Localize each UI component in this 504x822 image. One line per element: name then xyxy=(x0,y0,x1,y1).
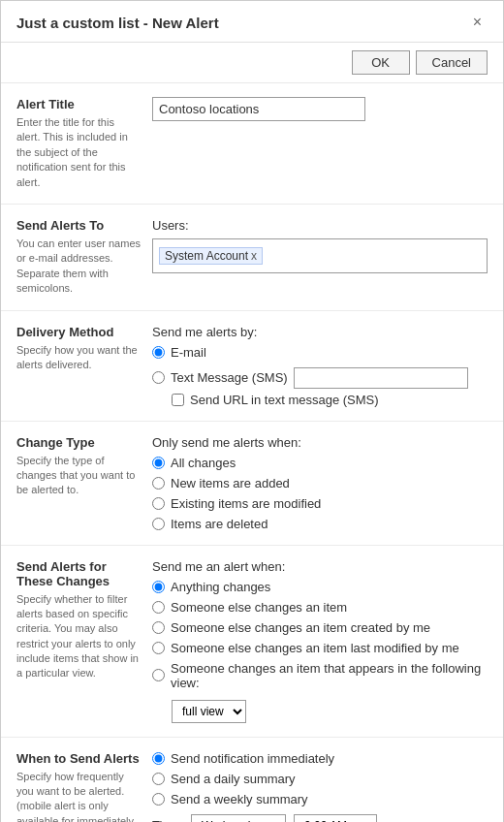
change-modified-radio[interactable] xyxy=(152,497,165,510)
change-deleted-option[interactable]: Items are deleted xyxy=(152,517,488,531)
change-deleted-label: Items are deleted xyxy=(171,517,268,531)
change-modified-label: Existing items are modified xyxy=(171,496,321,511)
close-button[interactable]: × xyxy=(467,13,488,32)
change-new-option[interactable]: New items are added xyxy=(152,476,488,490)
change-type-radio-group: All changes New items are added Existing… xyxy=(152,456,488,531)
send-alerts-to-heading: Send Alerts To xyxy=(16,218,141,233)
section-right-filter: Send me an alert when: Anything changes … xyxy=(152,559,488,723)
send-url-sms-option[interactable]: Send URL in text message (SMS) xyxy=(172,393,488,407)
delivery-email-option[interactable]: E-mail xyxy=(152,345,488,360)
send-url-sms-label: Send URL in text message (SMS) xyxy=(190,393,379,407)
when-immediately-radio[interactable] xyxy=(152,752,165,765)
change-type-section: Change Type Specify the type of changes … xyxy=(1,422,503,546)
delivery-method-heading: Delivery Method xyxy=(16,325,141,339)
change-new-radio[interactable] xyxy=(152,477,165,490)
filter-last-modified-me-label: Someone else changes an item last modifi… xyxy=(171,641,459,655)
section-right-change-type: Only send me alerts when: All changes Ne… xyxy=(152,435,488,531)
delivery-sms-row: Text Message (SMS) xyxy=(152,367,488,389)
alert-title-section: Alert Title Enter the title for this ale… xyxy=(1,83,503,205)
filter-desc: Specify whether to filter alerts based o… xyxy=(16,592,141,681)
section-left-change-type: Change Type Specify the type of changes … xyxy=(16,435,152,531)
users-label: Users: xyxy=(152,218,488,233)
when-weekly-radio[interactable] xyxy=(152,793,165,806)
when-daily-radio[interactable] xyxy=(152,773,165,785)
filter-created-by-me-radio[interactable] xyxy=(152,621,165,634)
delivery-sms-radio[interactable] xyxy=(152,371,165,384)
form-content: Alert Title Enter the title for this ale… xyxy=(1,83,503,822)
send-alerts-these-section: Send Alerts for These Changes Specify wh… xyxy=(1,546,503,738)
when-weekly-option[interactable]: Send a weekly summary xyxy=(152,792,488,806)
user-tag-remove[interactable]: x xyxy=(251,249,257,263)
dialog-header: Just a custom list - New Alert × xyxy=(1,1,503,43)
when-daily-option[interactable]: Send a daily summary xyxy=(152,772,488,786)
change-type-label: Only send me alerts when: xyxy=(152,435,488,450)
view-dropdown-row: full view xyxy=(172,700,488,723)
section-right-delivery: Send me alerts by: E-mail Text Message (… xyxy=(152,325,488,407)
delivery-email-radio[interactable] xyxy=(152,346,165,359)
filter-anything-radio[interactable] xyxy=(152,581,165,593)
filter-someone-else-option[interactable]: Someone else changes an item xyxy=(152,600,488,615)
delivery-sms-option[interactable]: Text Message (SMS) xyxy=(152,370,288,385)
section-right-send-alerts-to: Users: System Account x xyxy=(152,218,488,297)
filter-label: Send me an alert when: xyxy=(152,559,488,574)
send-alerts-to-section: Send Alerts To You can enter user names … xyxy=(1,205,503,311)
change-modified-option[interactable]: Existing items are modified xyxy=(152,496,488,511)
section-right-when: Send notification immediately Send a dai… xyxy=(152,751,488,822)
send-url-sms-checkbox[interactable] xyxy=(172,394,184,406)
change-deleted-radio[interactable] xyxy=(152,518,165,530)
filter-heading: Send Alerts for These Changes xyxy=(16,559,141,588)
alert-title-heading: Alert Title xyxy=(16,97,141,111)
when-immediately-option[interactable]: Send notification immediately xyxy=(152,751,488,766)
section-left-delivery: Delivery Method Specify how you want the… xyxy=(16,325,152,407)
section-left-when: When to Send Alerts Specify how frequent… xyxy=(16,751,152,822)
alert-title-input[interactable] xyxy=(152,97,365,121)
dialog-title: Just a custom list - New Alert xyxy=(16,15,219,31)
change-type-desc: Specify the type of changes that you wan… xyxy=(16,454,141,498)
user-tag: System Account x xyxy=(159,247,263,265)
dialog-container: Just a custom list - New Alert × OK Canc… xyxy=(0,0,504,822)
sms-number-input[interactable] xyxy=(294,367,468,389)
filter-following-view-option[interactable]: Someone changes an item that appears in … xyxy=(152,661,488,690)
user-tag-name: System Account xyxy=(165,249,248,263)
filter-last-modified-me-option[interactable]: Someone else changes an item last modifi… xyxy=(152,641,488,655)
when-weekly-label: Send a weekly summary xyxy=(171,792,308,806)
time-label: Time: xyxy=(152,818,183,822)
when-desc: Specify how frequently you want to be al… xyxy=(16,770,141,822)
section-right-alert-title xyxy=(152,97,488,190)
day-dropdown[interactable]: Sunday Monday Tuesday Wednesday Thursday… xyxy=(191,814,286,822)
filter-anything-label: Anything changes xyxy=(171,580,270,594)
when-immediately-label: Send notification immediately xyxy=(171,751,334,766)
delivery-label: Send me alerts by: xyxy=(152,325,488,339)
filter-last-modified-me-radio[interactable] xyxy=(152,642,165,654)
filter-following-view-label: Someone changes an item that appears in … xyxy=(171,661,488,690)
change-all-label: All changes xyxy=(171,456,236,470)
delivery-sms-label: Text Message (SMS) xyxy=(171,370,288,385)
filter-radio-group: Anything changes Someone else changes an… xyxy=(152,580,488,723)
when-heading: When to Send Alerts xyxy=(16,751,141,766)
filter-anything-option[interactable]: Anything changes xyxy=(152,580,488,594)
view-dropdown[interactable]: full view xyxy=(172,700,246,723)
time-dropdown[interactable]: 9:00 AM 10:00 AM 11:00 AM 12:00 PM xyxy=(294,814,377,822)
send-alerts-to-desc: You can enter user names or e-mail addre… xyxy=(16,237,141,297)
delivery-method-section: Delivery Method Specify how you want the… xyxy=(1,311,503,422)
filter-created-by-me-option[interactable]: Someone else changes an item created by … xyxy=(152,620,488,635)
change-type-heading: Change Type xyxy=(16,435,141,450)
delivery-method-desc: Specify how you want the alerts delivere… xyxy=(16,343,141,373)
change-all-option[interactable]: All changes xyxy=(152,456,488,470)
delivery-email-label: E-mail xyxy=(171,345,206,360)
when-to-send-section: When to Send Alerts Specify how frequent… xyxy=(1,738,503,822)
filter-someone-else-radio[interactable] xyxy=(152,601,165,614)
filter-someone-else-label: Someone else changes an item xyxy=(171,600,347,615)
users-box[interactable]: System Account x xyxy=(152,238,488,273)
filter-following-view-radio[interactable] xyxy=(152,669,165,681)
when-radio-group: Send notification immediately Send a dai… xyxy=(152,751,488,806)
alert-title-desc: Enter the title for this alert. This is … xyxy=(16,115,141,190)
delivery-radio-group: E-mail Text Message (SMS) xyxy=(152,345,488,389)
section-left-send-alerts-to: Send Alerts To You can enter user names … xyxy=(16,218,152,297)
time-row: Time: Sunday Monday Tuesday Wednesday Th… xyxy=(152,814,488,822)
cancel-button-top[interactable]: Cancel xyxy=(416,50,488,75)
ok-button-top[interactable]: OK xyxy=(352,50,410,75)
section-left-filter: Send Alerts for These Changes Specify wh… xyxy=(16,559,152,723)
change-all-radio[interactable] xyxy=(152,457,165,469)
filter-created-by-me-label: Someone else changes an item created by … xyxy=(171,620,430,635)
